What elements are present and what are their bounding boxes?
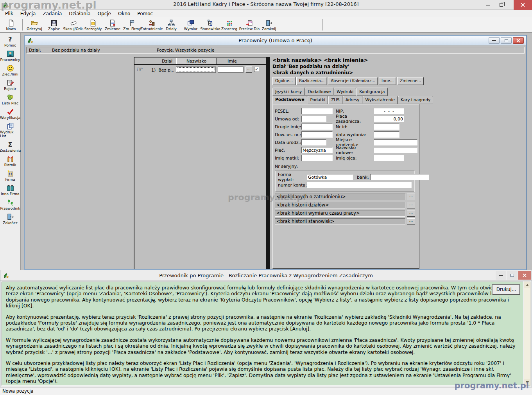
minimize-button[interactable] bbox=[481, 0, 494, 10]
umowa-od-input[interactable] bbox=[301, 116, 326, 122]
drugie-imie-input[interactable] bbox=[301, 124, 333, 130]
toolbar-button-wymiar[interactable]: Wymiar bbox=[181, 17, 201, 32]
menu-opcje[interactable]: Opcje bbox=[94, 11, 115, 16]
menu-zadania[interactable]: Zadania bbox=[39, 11, 65, 16]
bank-input[interactable] bbox=[370, 174, 429, 180]
sidebar-item-zlec-inni[interactable]: Zlec./Inni bbox=[0, 64, 20, 76]
imie-input[interactable] bbox=[218, 66, 244, 73]
imie-ojca-input[interactable] bbox=[374, 155, 404, 161]
tab-kary-i-nagrody[interactable]: Kary i nagrody bbox=[398, 96, 433, 104]
employee-name-header: <brak nazwiska> <brak imienia> bbox=[272, 57, 419, 63]
toolbar-button-zatrudnienie[interactable]: Zatrudnienie bbox=[142, 17, 161, 32]
position-history-more-button[interactable]: ... bbox=[407, 218, 415, 225]
tab-adresy[interactable]: Adresy bbox=[343, 96, 362, 104]
scroll-up-button[interactable] bbox=[524, 282, 530, 288]
miejsce-urodzenia-input[interactable] bbox=[374, 139, 417, 145]
row-checkbox[interactable]: ✓ bbox=[254, 67, 259, 72]
menu-okno[interactable]: Okno bbox=[115, 11, 134, 16]
nr-id-input[interactable] bbox=[374, 124, 399, 130]
department-history-more-button[interactable]: ... bbox=[407, 202, 415, 208]
toolbar-label: Zamknij bbox=[262, 27, 276, 31]
close-button[interactable] bbox=[518, 271, 531, 280]
forma-wyplat-input[interactable] bbox=[307, 174, 353, 180]
menu-pomoc[interactable]: Pomoc bbox=[134, 11, 156, 16]
sidebar-item-firma[interactable]: Firma bbox=[0, 169, 20, 181]
data-urodzenia-input[interactable] bbox=[301, 139, 326, 145]
nip-input[interactable] bbox=[374, 108, 404, 114]
restore-button[interactable] bbox=[494, 0, 508, 10]
nazwisko-input[interactable] bbox=[176, 66, 216, 73]
nazwisko-rodowe-input[interactable] bbox=[374, 147, 417, 153]
employees-window-titlebar[interactable]: Pracownicy (Umowa o Pracę) bbox=[25, 36, 526, 45]
placa-zasadnicza-input[interactable] bbox=[374, 116, 404, 122]
toolbar-button-zapisz[interactable]: Zapisz bbox=[44, 17, 64, 32]
sidebar-item-inna-firma[interactable]: Inna Firma bbox=[0, 184, 20, 196]
toolbar-button-zmienne[interactable]: Zmienne bbox=[103, 17, 122, 32]
tab-podatki[interactable]: Podatki bbox=[308, 96, 328, 104]
toolbar-button-zm-firmy[interactable]: Zm. Firmy bbox=[122, 17, 142, 32]
toolbar-button-przelew[interactable]: PRZ Przelew Dla bbox=[240, 17, 259, 32]
sidebar-label: Zakończ bbox=[3, 221, 17, 225]
scroll-down-button[interactable] bbox=[524, 379, 530, 385]
minimize-button[interactable] bbox=[489, 37, 500, 44]
sidebar-item-pomoc[interactable]: ? Pomoc bbox=[0, 35, 20, 47]
column-header-nazwisko[interactable]: Nazwisko bbox=[176, 58, 217, 64]
sidebar-item-wydruk-list[interactable]: Wydruk List bbox=[0, 122, 20, 138]
rozliczenia-button[interactable]: Rozliczenia... bbox=[296, 77, 327, 85]
column-header-dzial[interactable]: Dział bbox=[162, 59, 172, 64]
imie-matki-input[interactable] bbox=[301, 155, 333, 161]
employee-list: Dział Nazwisko Imię ☞ 1) Bez p... ... ✓ bbox=[134, 57, 266, 269]
toolbar-button-dzialy[interactable]: Działy bbox=[161, 17, 181, 32]
dowod-input[interactable] bbox=[301, 131, 333, 138]
restore-button[interactable] bbox=[501, 37, 512, 44]
close-button[interactable] bbox=[513, 37, 524, 44]
toolbar-button-skasuj[interactable]: Skasuj/Odk. bbox=[64, 17, 83, 32]
data-wydania-input[interactable] bbox=[374, 131, 399, 138]
row-more-button[interactable]: ... bbox=[245, 66, 252, 73]
restore-button[interactable] bbox=[507, 271, 518, 280]
hierarchy-tree-icon bbox=[207, 19, 214, 27]
tab-wyksztalcenie[interactable]: Wykształcenie bbox=[363, 96, 398, 104]
menu-edycja[interactable]: Edycja bbox=[17, 11, 39, 16]
pesel-input[interactable] bbox=[301, 108, 333, 114]
sidebar-item-zestawienia[interactable]: Σ Zestawienia bbox=[0, 140, 20, 153]
numer-konta-input[interactable] bbox=[307, 182, 412, 188]
guide-scrollbar[interactable] bbox=[524, 282, 530, 386]
toolbar-button-odczytuj[interactable]: Odczytuj bbox=[25, 17, 44, 32]
sidebar-item-zakoncz[interactable]: Zakończ bbox=[0, 213, 20, 225]
tab-zus[interactable]: ZUS bbox=[328, 96, 342, 104]
sidebar-item-pracownicy[interactable]: Pracownicy bbox=[0, 50, 20, 62]
toolbar-button-zaszereg[interactable]: Zaszereg. bbox=[220, 17, 240, 32]
sidebar-item-weryfikacja[interactable]: Weryfikacja bbox=[0, 108, 20, 120]
absencje-kalendarz-button[interactable]: Absencje i Kalendarz... bbox=[328, 77, 378, 85]
list-scrollbar[interactable] bbox=[266, 57, 270, 269]
tab-konfiguracja[interactable]: Konfiguracja bbox=[356, 88, 387, 96]
toolbar-button-zamknij[interactable]: Zamknij bbox=[259, 17, 279, 32]
toolbar-button-stanowisko[interactable]: Stanowisko bbox=[201, 17, 220, 32]
column-header-imie[interactable]: Imię bbox=[227, 59, 237, 64]
tab-jezyki-i-kursy[interactable]: Języki i kursy bbox=[272, 88, 305, 96]
sidebar-item-platnik[interactable]: Płatnik bbox=[0, 155, 20, 167]
inne-button[interactable]: Inne... bbox=[379, 77, 396, 85]
worktime-history-more-button[interactable]: ... bbox=[407, 210, 415, 217]
sidebar-item-listy-plac[interactable]: Listy Płac bbox=[0, 93, 20, 105]
print-button[interactable]: Drukuj... bbox=[493, 285, 520, 294]
tab-wydruki[interactable]: Wydruki bbox=[334, 88, 356, 96]
toolbar-button-nowa[interactable]: Nowa bbox=[1, 17, 21, 32]
sidebar-label: Płatnik bbox=[4, 163, 16, 167]
menu-dzialania[interactable]: Działania bbox=[65, 11, 94, 16]
tab-dodatkowe[interactable]: Dodatkowe bbox=[305, 88, 333, 96]
minimize-button[interactable] bbox=[496, 271, 506, 280]
zmienne-button[interactable]: Zmienne... bbox=[397, 77, 424, 85]
tab-podstawowe[interactable]: Podstawowe bbox=[272, 96, 307, 104]
guide-titlebar[interactable]: Przewodnik po Programie - Rozliczanie Pr… bbox=[0, 270, 532, 281]
close-button[interactable] bbox=[514, 0, 532, 10]
sidebar-item-przewodnik[interactable]: Przewodnik bbox=[0, 198, 20, 210]
sidebar-item-rejestr[interactable]: Rejestr bbox=[0, 79, 20, 91]
table-row[interactable]: ☞ 1) Bez p... ... ✓ bbox=[134, 65, 266, 75]
menu-plik[interactable]: Plik bbox=[2, 11, 17, 16]
employment-history-more-button[interactable]: ... bbox=[407, 194, 415, 200]
toolbar-button-szczegoly[interactable]: Szczegóły bbox=[83, 17, 103, 32]
ogolne-button[interactable]: Ogólne... bbox=[272, 77, 296, 85]
plec-input[interactable] bbox=[301, 147, 333, 153]
